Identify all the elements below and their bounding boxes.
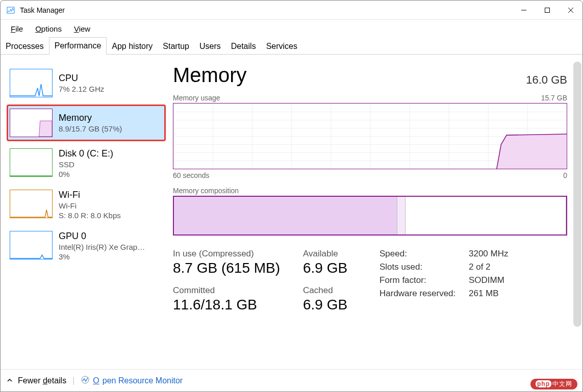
sidebar-label: CPU bbox=[59, 73, 104, 84]
memory-composition-graph[interactable] bbox=[173, 196, 567, 236]
tab-bar: Processes Performance App history Startu… bbox=[1, 37, 582, 55]
sidebar-sub2: S: 8.0 R: 8.0 Kbps bbox=[59, 211, 121, 220]
kv-label: Speed: bbox=[379, 249, 469, 259]
window-title: Task Manager bbox=[20, 6, 65, 14]
tab-details[interactable]: Details bbox=[226, 38, 261, 55]
kv-value: 3200 MHz bbox=[469, 249, 508, 259]
composition-modified bbox=[397, 197, 405, 234]
app-icon bbox=[6, 5, 16, 15]
page-title: Memory bbox=[173, 64, 246, 87]
sidebar-item-gpu[interactable]: GPU 0 Intel(R) Iris(R) Xe Grap… 3% bbox=[7, 227, 166, 265]
committed-label: Committed bbox=[173, 285, 303, 296]
kv-label: Slots used: bbox=[379, 262, 469, 272]
memory-usage-graph[interactable] bbox=[173, 103, 567, 169]
tab-startup[interactable]: Startup bbox=[158, 38, 194, 55]
tab-services[interactable]: Services bbox=[261, 38, 302, 55]
tab-users[interactable]: Users bbox=[194, 38, 226, 55]
sidebar-label: Wi-Fi bbox=[59, 190, 121, 200]
sidebar-label: GPU 0 bbox=[59, 231, 145, 242]
vertical-scrollbar[interactable] bbox=[573, 62, 581, 327]
title-bar: Task Manager bbox=[1, 1, 582, 20]
sidebar-sub: Intel(R) Iris(R) Xe Grap… bbox=[59, 243, 145, 251]
memory-capacity: 16.0 GB bbox=[526, 73, 567, 87]
sidebar-sub: Wi-Fi bbox=[59, 201, 121, 210]
gpu-thumbnail bbox=[10, 231, 53, 259]
sidebar-item-memory[interactable]: Memory 8.9/15.7 GB (57%) bbox=[7, 104, 166, 141]
sidebar-sub2: 3% bbox=[59, 252, 145, 261]
sidebar-item-disk[interactable]: Disk 0 (C: E:) SSD 0% bbox=[7, 144, 166, 182]
maximize-button[interactable] bbox=[536, 1, 559, 20]
composition-in-use bbox=[174, 197, 397, 234]
fewer-details-link[interactable]: Fewer details bbox=[18, 376, 66, 385]
composition-available bbox=[405, 197, 566, 234]
disk-thumbnail bbox=[10, 148, 53, 177]
minimize-button[interactable] bbox=[512, 1, 536, 20]
menu-options[interactable]: Options bbox=[29, 21, 68, 36]
sidebar-label: Memory bbox=[59, 113, 122, 123]
chevron-up-icon bbox=[7, 376, 15, 385]
in-use-value: 8.7 GB (615 MB) bbox=[173, 260, 303, 276]
svg-marker-5 bbox=[39, 121, 52, 137]
sidebar-sub: 7% 2.12 GHz bbox=[59, 85, 104, 93]
tab-app-history[interactable]: App history bbox=[107, 38, 158, 55]
menu-file[interactable]: File bbox=[5, 21, 29, 36]
svg-rect-0 bbox=[7, 7, 14, 13]
cached-label: Cached bbox=[303, 285, 379, 296]
wifi-thumbnail bbox=[10, 190, 53, 218]
kv-value: 2 of 2 bbox=[469, 262, 491, 272]
kv-value: SODIMM bbox=[469, 275, 504, 285]
content-area: CPU 7% 2.12 GHz Memory 8.9/15.7 GB (57%)… bbox=[1, 55, 582, 369]
kv-label: Hardware reserved: bbox=[379, 289, 469, 299]
kv-label: Form factor: bbox=[379, 275, 469, 285]
axis-right: 0 bbox=[563, 171, 567, 179]
memory-detail-panel: Memory 16.0 GB Memory usage 15.7 GB 60 s… bbox=[169, 55, 582, 369]
sidebar-sub: 8.9/15.7 GB (57%) bbox=[59, 124, 122, 133]
usage-graph-max: 15.7 GB bbox=[541, 94, 567, 102]
in-use-label: In use (Compressed) bbox=[173, 249, 303, 259]
sidebar-sub: SSD bbox=[59, 160, 113, 169]
menu-view[interactable]: View bbox=[68, 21, 96, 36]
window-controls bbox=[512, 1, 582, 20]
usage-graph-label: Memory usage bbox=[173, 94, 220, 102]
committed-value: 11.6/18.1 GB bbox=[173, 297, 303, 313]
available-label: Available bbox=[303, 249, 379, 259]
sidebar-sub2: 0% bbox=[59, 170, 113, 178]
tab-performance[interactable]: Performance bbox=[49, 37, 107, 55]
sidebar-label: Disk 0 (C: E:) bbox=[59, 148, 113, 159]
menu-bar: File Options View bbox=[1, 20, 582, 37]
close-button[interactable] bbox=[559, 1, 582, 20]
open-resource-monitor-link[interactable]: Open Resource Monitor bbox=[93, 376, 183, 385]
footer-bar: Fewer details | Open Resource Monitor 中文… bbox=[1, 369, 582, 391]
sidebar-item-wifi[interactable]: Wi-Fi Wi-Fi S: 8.0 R: 8.0 Kbps bbox=[7, 186, 166, 224]
composition-label: Memory composition bbox=[173, 187, 239, 195]
watermark-badge: 中文网 bbox=[530, 379, 577, 389]
memory-stats: In use (Compressed) 8.7 GB (615 MB) Comm… bbox=[173, 249, 567, 322]
performance-sidebar: CPU 7% 2.12 GHz Memory 8.9/15.7 GB (57%)… bbox=[1, 55, 169, 369]
svg-marker-7 bbox=[496, 134, 567, 169]
sidebar-item-cpu[interactable]: CPU 7% 2.12 GHz bbox=[7, 65, 166, 101]
available-value: 6.9 GB bbox=[303, 260, 379, 276]
resource-monitor-icon bbox=[81, 375, 90, 386]
cpu-thumbnail bbox=[10, 69, 53, 97]
axis-left: 60 seconds bbox=[173, 171, 210, 179]
kv-value: 261 MB bbox=[469, 289, 499, 299]
memory-thumbnail bbox=[10, 109, 53, 137]
tab-processes[interactable]: Processes bbox=[1, 38, 49, 55]
cached-value: 6.9 GB bbox=[303, 297, 379, 313]
svg-rect-2 bbox=[545, 8, 550, 12]
